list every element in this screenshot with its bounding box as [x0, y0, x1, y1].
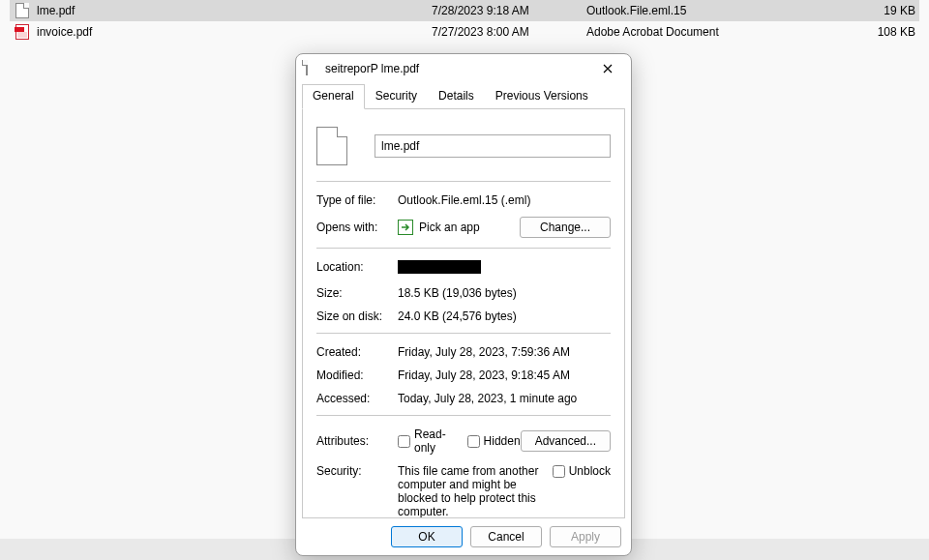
dialog-footer: OK Cancel Apply	[296, 518, 631, 555]
file-icon	[14, 2, 31, 19]
separator	[316, 181, 611, 182]
file-date: 7/27/2023 8:00 AM	[432, 25, 586, 39]
file-name: invoice.pdf	[37, 25, 432, 39]
tab-previous-versions[interactable]: Previous Versions	[485, 84, 599, 109]
label-security: Security:	[316, 464, 398, 478]
value-opens-with: Pick an app	[419, 221, 480, 234]
tabs: General Security Details Previous Versio…	[296, 83, 631, 108]
label-size-on-disk: Size on disk:	[316, 309, 398, 323]
label-attributes: Attributes:	[316, 434, 398, 448]
file-name: lme.pdf	[37, 4, 432, 17]
file-date: 7/28/2023 9:18 AM	[432, 4, 586, 17]
cancel-button[interactable]: Cancel	[470, 526, 542, 547]
file-size: 19 KB	[857, 4, 915, 17]
filename-input[interactable]	[375, 134, 611, 158]
checkbox-read-only-input[interactable]	[398, 435, 410, 448]
checkbox-unblock[interactable]: Unblock	[553, 464, 611, 478]
separator	[316, 333, 611, 334]
file-list: lme.pdf 7/28/2023 9:18 AM Outlook.File.e…	[10, 0, 919, 43]
checkbox-unblock-input[interactable]	[553, 465, 565, 478]
checkbox-read-only[interactable]: Read-only	[398, 427, 454, 455]
filetype-icon	[316, 127, 347, 165]
value-created: Friday, July 28, 2023, 7:59:36 AM	[398, 345, 611, 359]
apply-button[interactable]: Apply	[550, 526, 621, 547]
file-size: 108 KB	[857, 25, 915, 39]
properties-dialog: seitreporP lme.pdf General Security Deta…	[295, 53, 632, 556]
tab-security[interactable]: Security	[365, 84, 428, 109]
value-modified: Friday, July 28, 2023, 9:18:45 AM	[398, 368, 611, 382]
checkbox-hidden-label: Hidden	[484, 434, 521, 448]
change-button[interactable]: Change...	[520, 217, 611, 238]
label-created: Created:	[316, 345, 398, 359]
file-row[interactable]: invoice.pdf 7/27/2023 8:00 AM Adobe Acro…	[10, 21, 919, 43]
separator	[316, 248, 611, 249]
value-size-on-disk: 24.0 KB (24,576 bytes)	[398, 309, 611, 323]
label-opens-with: Opens with:	[316, 221, 398, 234]
value-accessed: Today, July 28, 2023, 1 minute ago	[398, 392, 611, 405]
pdf-icon	[14, 23, 31, 41]
file-type: Outlook.File.eml.15	[586, 4, 857, 17]
checkbox-hidden-input[interactable]	[467, 435, 480, 448]
advanced-button[interactable]: Advanced...	[521, 430, 611, 452]
label-type-of-file: Type of file:	[316, 193, 398, 207]
value-security-text: This file came from another computer and…	[398, 464, 543, 518]
label-accessed: Accessed:	[316, 392, 398, 405]
file-type: Adobe Acrobat Document	[586, 25, 857, 39]
value-location-redacted	[398, 260, 481, 274]
label-size: Size:	[316, 286, 398, 300]
checkbox-unblock-label: Unblock	[569, 464, 611, 478]
value-type-of-file: Outlook.File.eml.15 (.eml)	[398, 193, 611, 207]
checkbox-hidden[interactable]: Hidden	[467, 434, 521, 448]
dialog-title: seitreporP lme.pdf	[325, 62, 592, 75]
file-icon	[306, 61, 319, 76]
label-location: Location:	[316, 260, 398, 274]
titlebar[interactable]: seitreporP lme.pdf	[296, 54, 631, 83]
tab-general-panel: Type of file: Outlook.File.eml.15 (.eml)…	[302, 108, 625, 518]
checkbox-read-only-label: Read-only	[414, 427, 454, 455]
ok-button[interactable]: OK	[391, 526, 463, 547]
close-button[interactable]	[592, 57, 623, 80]
value-size: 18.5 KB (19,036 bytes)	[398, 286, 611, 300]
label-modified: Modified:	[316, 368, 398, 382]
separator	[316, 415, 611, 416]
file-row[interactable]: lme.pdf 7/28/2023 9:18 AM Outlook.File.e…	[10, 0, 919, 21]
arrow-icon	[398, 220, 413, 235]
tab-details[interactable]: Details	[428, 84, 485, 109]
tab-general[interactable]: General	[302, 84, 365, 109]
